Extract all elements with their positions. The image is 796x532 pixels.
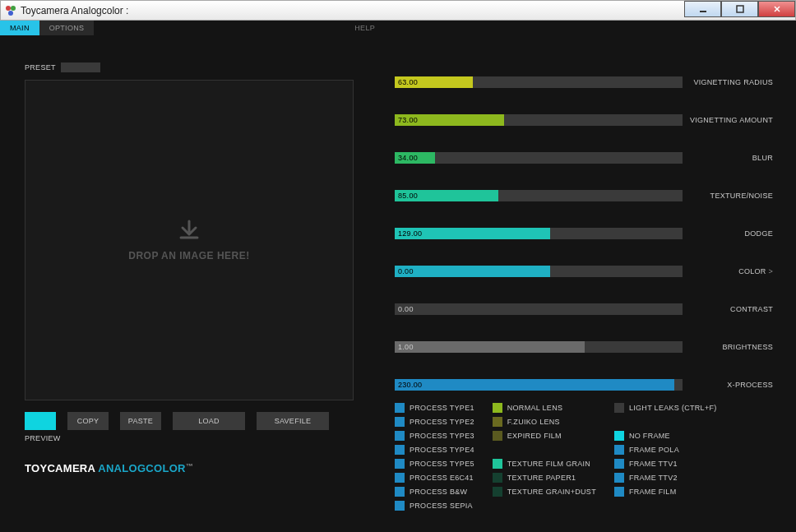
option-label: FRAME TTV1 bbox=[629, 460, 678, 468]
color-swatch bbox=[493, 431, 502, 441]
slider-contrast: 0.00CONTRAST bbox=[395, 303, 773, 315]
slider-blur: 34.00BLUR bbox=[395, 152, 773, 164]
frame-option-no-frame[interactable]: NO FRAME bbox=[614, 431, 717, 441]
paste-button[interactable]: PASTE bbox=[120, 412, 161, 430]
close-icon bbox=[773, 5, 781, 13]
process-option-process-type4[interactable]: PROCESS TYPE4 bbox=[395, 445, 474, 455]
option-label: PROCESS TYPE3 bbox=[410, 432, 474, 440]
frame-option-frame-film[interactable]: FRAME FILM bbox=[614, 487, 717, 497]
slider-texture-noise: 85.00TEXTURE/NOISE bbox=[395, 190, 773, 201]
color-swatch bbox=[395, 473, 405, 483]
image-drop-area[interactable]: DROP AN IMAGE HERE! bbox=[25, 80, 354, 400]
slider-value: 73.00 bbox=[398, 114, 418, 126]
menu-help[interactable]: HELP bbox=[345, 21, 385, 35]
frame-option-frame-pola[interactable]: FRAME POLA bbox=[614, 445, 717, 455]
slider-label: COLOR bbox=[738, 267, 773, 275]
preset-dropdown[interactable] bbox=[61, 62, 100, 72]
frame-option-frame-ttv1[interactable]: FRAME TTV1 bbox=[614, 459, 717, 469]
menu-main[interactable]: MAIN bbox=[0, 21, 39, 35]
color-swatch bbox=[614, 431, 624, 441]
slider-track[interactable]: 230.00 bbox=[395, 379, 683, 391]
slider-track[interactable]: 0.00 bbox=[395, 266, 683, 277]
lens-option-texture-paper1[interactable]: TEXTURE PAPER1 bbox=[493, 473, 596, 483]
option-label: PROCESS SEPIA bbox=[410, 502, 473, 510]
option-label: F.ZUIKO LENS bbox=[507, 418, 560, 426]
window-maximize-button[interactable] bbox=[721, 1, 758, 17]
slider-label: DODGE bbox=[744, 229, 773, 238]
maximize-icon bbox=[736, 5, 744, 13]
slider-value: 85.00 bbox=[398, 190, 418, 201]
svg-rect-4 bbox=[737, 6, 743, 12]
light-leaks-option[interactable]: LIGHT LEAKS (CTRL+F) bbox=[614, 403, 717, 413]
color-swatch bbox=[395, 459, 405, 469]
app-logo: TOYCAMERA ANALOGCOLOR™ bbox=[25, 462, 354, 474]
copy-button[interactable]: COPY bbox=[67, 412, 109, 430]
lens-option-f-zuiko-lens[interactable]: F.ZUIKO LENS bbox=[493, 417, 596, 427]
process-option-process-type2[interactable]: PROCESS TYPE2 bbox=[395, 417, 474, 427]
color-swatch bbox=[493, 487, 502, 497]
load-button[interactable]: LOAD bbox=[173, 412, 245, 430]
slider-value: 63.00 bbox=[398, 76, 418, 88]
slider-dodge: 129.00DODGE bbox=[395, 228, 773, 239]
process-option-process-sepia[interactable]: PROCESS SEPIA bbox=[395, 501, 474, 511]
color-swatch bbox=[493, 417, 502, 427]
slider-label: CONTRAST bbox=[730, 305, 773, 313]
process-option-process-b-w[interactable]: PROCESS B&W bbox=[395, 487, 474, 497]
slider-fill bbox=[395, 341, 585, 353]
slider-value: 34.00 bbox=[398, 152, 418, 164]
option-label: LIGHT LEAKS (CTRL+F) bbox=[629, 404, 717, 412]
process-option-process-type5[interactable]: PROCESS TYPE5 bbox=[395, 459, 474, 469]
process-option-process-e6c41[interactable]: PROCESS E6C41 bbox=[395, 473, 474, 483]
slider-label: VIGNETTING AMOUNT bbox=[690, 116, 773, 124]
option-label: EXPIRED FILM bbox=[507, 432, 562, 440]
window-close-button[interactable] bbox=[758, 1, 795, 17]
option-label: TEXTURE GRAIN+DUST bbox=[507, 488, 596, 496]
slider-track[interactable]: 0.00 bbox=[395, 303, 683, 315]
lens-option-texture-grain-dust[interactable]: TEXTURE GRAIN+DUST bbox=[493, 487, 596, 497]
slider-label: BLUR bbox=[752, 154, 773, 162]
frame-option-frame-ttv2[interactable]: FRAME TTV2 bbox=[614, 473, 717, 483]
color-swatch bbox=[614, 487, 624, 497]
window-title: Toycamera Analogcolor : bbox=[21, 5, 128, 16]
option-label: NORMAL LENS bbox=[507, 404, 562, 412]
window-minimize-button[interactable] bbox=[684, 1, 721, 17]
slider-track[interactable]: 63.00 bbox=[395, 76, 683, 88]
option-label: FRAME FILM bbox=[629, 488, 677, 496]
slider-value: 0.00 bbox=[398, 266, 414, 277]
slider-value: 230.00 bbox=[398, 379, 422, 391]
slider-x-process: 230.00X-PROCESS bbox=[395, 379, 773, 391]
option-label: PROCESS TYPE5 bbox=[410, 460, 474, 468]
preview-toggle[interactable] bbox=[25, 412, 56, 430]
lens-option-texture-film-grain[interactable]: TEXTURE FILM GRAIN bbox=[493, 459, 596, 469]
option-label: TEXTURE FILM GRAIN bbox=[507, 460, 590, 468]
process-option-process-type1[interactable]: PROCESS TYPE1 bbox=[395, 403, 474, 413]
slider-track[interactable]: 1.00 bbox=[395, 341, 683, 353]
window-titlebar: Toycamera Analogcolor : bbox=[0, 0, 796, 21]
download-arrow-icon bbox=[178, 220, 201, 245]
process-option-process-type3[interactable]: PROCESS TYPE3 bbox=[395, 431, 474, 441]
color-swatch bbox=[395, 403, 405, 413]
slider-color: 0.00COLOR bbox=[395, 266, 773, 277]
savefile-button[interactable]: SAVEFILE bbox=[257, 412, 329, 430]
slider-track[interactable]: 85.00 bbox=[395, 190, 683, 201]
slider-brightness: 1.00BRIGHTNESS bbox=[395, 341, 773, 353]
slider-fill bbox=[395, 379, 674, 391]
slider-label: X-PROCESS bbox=[727, 381, 773, 389]
minimize-icon bbox=[699, 5, 707, 13]
lens-option-normal-lens[interactable]: NORMAL LENS bbox=[493, 403, 596, 413]
svg-point-1 bbox=[11, 6, 16, 11]
slider-track[interactable]: 34.00 bbox=[395, 152, 683, 164]
slider-label: VIGNETTING RADIUS bbox=[693, 78, 773, 86]
slider-fill bbox=[395, 266, 550, 277]
slider-track[interactable]: 129.00 bbox=[395, 228, 683, 239]
slider-value: 129.00 bbox=[398, 228, 422, 239]
svg-point-0 bbox=[6, 6, 11, 11]
menu-options[interactable]: OPTIONS bbox=[39, 21, 95, 35]
lens-option-expired-film[interactable]: EXPIRED FILM bbox=[493, 431, 596, 441]
slider-vignetting-amount: 73.00VIGNETTING AMOUNT bbox=[395, 114, 773, 126]
option-label: PROCESS TYPE4 bbox=[410, 446, 474, 454]
option-label: PROCESS B&W bbox=[410, 488, 467, 496]
slider-vignetting-radius: 63.00VIGNETTING RADIUS bbox=[395, 76, 773, 88]
color-swatch bbox=[395, 445, 405, 455]
slider-track[interactable]: 73.00 bbox=[395, 114, 683, 126]
